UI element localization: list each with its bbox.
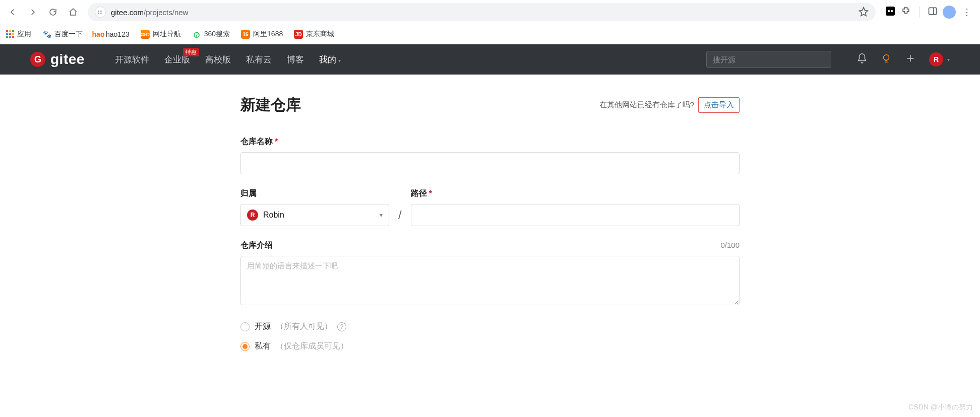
jd-icon: JD — [294, 30, 303, 39]
bookmark-1688[interactable]: 16阿里1688 — [241, 30, 283, 39]
caret-down-icon: ▾ — [338, 58, 341, 63]
field-owner-path: 归属 R Robin ▾ / 路径* — [240, 188, 740, 226]
notifications-icon[interactable] — [856, 53, 868, 66]
vis-public-hint: （所有人可见） — [276, 321, 332, 332]
address-bar[interactable]: gitee.com/projects/new — [88, 3, 876, 21]
nav-mine-label: 我的 — [319, 55, 336, 64]
radio-unchecked-icon — [240, 322, 250, 331]
vis-public-label: 开源 — [255, 321, 271, 332]
bulb-icon[interactable] — [881, 53, 892, 66]
bookmark-label: 京东商城 — [306, 30, 334, 39]
apps-icon — [6, 30, 14, 38]
gitee-nav: 开源软件 企业版 特惠 高校版 私有云 博客 我的▾ — [115, 54, 341, 65]
gitee-logo-text: gitee — [50, 51, 85, 67]
baidu-icon: 🐾 — [42, 30, 51, 39]
bookmark-2345[interactable]: 2345网址导航 — [141, 30, 181, 39]
bookmark-baidu[interactable]: 🐾百度一下 — [42, 30, 83, 39]
gitee-logo-icon: G — [30, 52, 45, 67]
help-icon[interactable]: ? — [337, 322, 346, 331]
page-title: 新建仓库 — [240, 95, 301, 115]
browser-toolbar: gitee.com/projects/new ⋮ — [0, 0, 980, 24]
reload-button[interactable] — [44, 4, 62, 21]
gitee-header-icons: R ▾ — [856, 52, 950, 66]
owner-label: 归属 — [240, 188, 257, 199]
visibility-public[interactable]: 开源 （所有人可见） ? — [240, 321, 740, 332]
svg-point-3 — [888, 10, 890, 12]
desc-textarea[interactable] — [240, 256, 740, 305]
bookmark-jd[interactable]: JD京东商城 — [294, 30, 334, 39]
extensions-icon[interactable] — [901, 6, 911, 18]
repo-name-label: 仓库名称 — [240, 136, 273, 147]
bookmark-label: 网址导航 — [153, 30, 181, 39]
svg-rect-2 — [886, 7, 895, 16]
nav-blog[interactable]: 博客 — [287, 54, 304, 65]
separator — [919, 7, 920, 18]
bookmark-star-icon[interactable] — [859, 7, 869, 18]
owner-select[interactable]: R Robin ▾ — [240, 204, 389, 226]
gitee-search-input[interactable] — [713, 55, 825, 64]
owner-avatar-icon: R — [247, 210, 258, 221]
visibility-private[interactable]: 私有 （仅仓库成员可见） — [240, 341, 740, 352]
svg-point-1 — [98, 13, 99, 14]
create-new-icon[interactable] — [905, 53, 916, 66]
required-marker: * — [429, 189, 432, 198]
gitee-avatar-icon: R — [929, 52, 943, 66]
back-button[interactable] — [4, 4, 21, 21]
so360-icon: ◶ — [192, 30, 201, 39]
nav-private-cloud[interactable]: 私有云 — [246, 54, 272, 65]
url-path: /projects/new — [144, 8, 188, 17]
bookmark-apps[interactable]: 应用 — [6, 30, 31, 39]
browser-action-icons: ⋮ — [882, 6, 976, 19]
bookmark-apps-label: 应用 — [17, 30, 31, 39]
bookmark-hao123[interactable]: haohao123 — [94, 30, 130, 39]
home-button[interactable] — [65, 4, 82, 21]
gitee-logo[interactable]: G gitee — [30, 51, 85, 67]
bookmarks-bar: 应用 🐾百度一下 haohao123 2345网址导航 ◶360搜索 16阿里1… — [0, 24, 980, 44]
gitee-user-menu[interactable]: R ▾ — [929, 52, 950, 66]
vis-private-hint: （仅仓库成员可见） — [276, 341, 348, 352]
path-separator: / — [398, 208, 402, 226]
side-panel-icon[interactable] — [928, 6, 938, 18]
caret-down-icon: ▾ — [947, 57, 950, 62]
nav-mine[interactable]: 我的▾ — [319, 54, 341, 65]
repo-name-input[interactable] — [240, 152, 740, 174]
bookmark-360[interactable]: ◶360搜索 — [192, 30, 230, 39]
nav2345-icon: 2345 — [141, 30, 150, 39]
profile-avatar-icon[interactable] — [943, 6, 956, 19]
field-description: 仓库介绍 0/100 — [240, 240, 740, 307]
required-marker: * — [275, 137, 278, 147]
vis-private-label: 私有 — [255, 341, 271, 352]
browser-menu-icon[interactable]: ⋮ — [961, 8, 973, 17]
bookmark-label: 百度一下 — [54, 30, 83, 39]
main-content: 新建仓库 在其他网站已经有仓库了吗? 点击导入 仓库名称* 归属 R Robin… — [240, 75, 740, 362]
nav-enterprise-badge: 特惠 — [183, 48, 199, 56]
svg-point-4 — [891, 10, 893, 12]
svg-point-0 — [98, 11, 99, 12]
bookmark-label: 360搜索 — [204, 30, 230, 39]
owner-value: Robin — [263, 211, 284, 220]
nav-opensource[interactable]: 开源软件 — [115, 54, 149, 65]
import-link[interactable]: 点击导入 — [698, 97, 740, 113]
nav-enterprise[interactable]: 企业版 特惠 — [164, 54, 190, 65]
extension-icon-1[interactable] — [885, 6, 896, 19]
path-input[interactable] — [411, 204, 740, 226]
url-host: gitee.com — [111, 8, 144, 17]
svg-rect-5 — [929, 8, 937, 14]
nav-university[interactable]: 高校版 — [205, 54, 231, 65]
bookmark-label: hao123 — [106, 30, 130, 38]
desc-counter: 0/100 — [720, 241, 740, 249]
gitee-header: G gitee 开源软件 企业版 特惠 高校版 私有云 博客 我的▾ R ▾ — [0, 44, 980, 75]
chevron-down-icon: ▾ — [380, 212, 383, 219]
import-question: 在其他网站已经有仓库了吗? — [599, 100, 694, 110]
url-text: gitee.com/projects/new — [111, 8, 188, 17]
import-prompt: 在其他网站已经有仓库了吗? 点击导入 — [599, 97, 740, 113]
svg-point-6 — [884, 55, 889, 60]
ali1688-icon: 16 — [241, 30, 250, 39]
desc-label: 仓库介绍 — [240, 240, 273, 251]
gitee-search[interactable] — [706, 51, 831, 68]
forward-button[interactable] — [24, 4, 41, 21]
hao123-icon: hao — [94, 30, 103, 39]
field-repo-name: 仓库名称* — [240, 136, 740, 174]
path-label: 路径 — [411, 188, 427, 199]
site-info-icon[interactable] — [95, 7, 106, 18]
